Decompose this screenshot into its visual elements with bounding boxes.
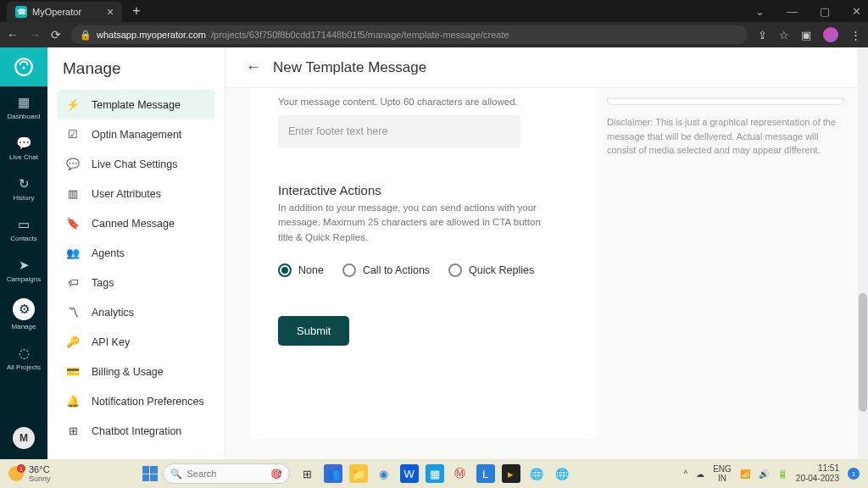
weather-widget[interactable]: 1 36°C Sunny: [8, 464, 51, 483]
minimize-icon[interactable]: —: [787, 5, 798, 18]
people-icon: 👥: [66, 247, 80, 259]
sidebar-item-chatbot[interactable]: ⊞Chatbot Integration: [58, 416, 214, 446]
reload-icon[interactable]: ⟳: [51, 28, 61, 42]
bookmark-icon: 🔖: [66, 217, 80, 230]
rail-item-manage[interactable]: ⚙Manage: [0, 290, 47, 337]
scrollbar-track[interactable]: [858, 47, 868, 459]
taskbar-search[interactable]: 🔍 Search 🎯: [163, 463, 290, 484]
weather-temp: 36°C: [29, 464, 51, 474]
rail-label: Live Chat: [9, 153, 38, 161]
chrome-icon[interactable]: 🌐: [527, 464, 546, 483]
new-tab-icon[interactable]: +: [132, 3, 140, 19]
window-controls: ⌄ — ▢ ✕: [755, 5, 861, 18]
history-icon: ↻: [19, 176, 30, 191]
kebab-menu-icon[interactable]: ⋮: [850, 29, 861, 42]
footer-text-input[interactable]: [278, 115, 520, 147]
tab-favicon: ☎: [15, 6, 27, 18]
svg-point-1: [22, 66, 25, 69]
teams-icon[interactable]: 👥: [324, 464, 342, 483]
app-l-icon[interactable]: L: [476, 464, 495, 483]
rail-item-allprojects[interactable]: ◌All Projects: [0, 337, 47, 378]
interactive-radio-group: None Call to Actions Quick Replies: [278, 263, 568, 277]
word-icon[interactable]: W: [400, 464, 419, 483]
form-panel: Your message content. Upto 60 characters…: [249, 88, 597, 439]
sidebar-item-user-attributes[interactable]: ▥User Attributes: [58, 179, 214, 208]
sidebar-item-label: Tags: [92, 277, 114, 289]
rail-label: Manage: [12, 323, 36, 330]
radio-cta[interactable]: Call to Actions: [342, 263, 430, 277]
sidebar-item-label: Canned Message: [92, 218, 175, 230]
sidebar-item-label: Optin Management: [92, 129, 181, 141]
radio-quick-replies[interactable]: Quick Replies: [448, 263, 534, 277]
edge-icon[interactable]: ◉: [375, 464, 393, 483]
sidebar-item-canned-message[interactable]: 🔖Canned Message: [58, 208, 214, 238]
sidebar-item-billing[interactable]: 💳Billing & Usage: [58, 357, 214, 386]
columns-icon: ▥: [66, 187, 80, 200]
tab-close-icon[interactable]: ×: [107, 5, 114, 19]
rail-item-livechat[interactable]: 💬Live Chat: [0, 127, 47, 168]
chevron-down-icon[interactable]: ⌄: [755, 5, 765, 18]
sidebar-item-label: Template Message: [92, 99, 181, 111]
interactive-actions-title: Interactive Actions: [278, 183, 568, 197]
close-window-icon[interactable]: ✕: [852, 5, 861, 18]
sidebar-item-label: Notification Preferences: [92, 396, 204, 408]
star-icon[interactable]: ☆: [779, 29, 789, 42]
sidebar-item-analytics[interactable]: 〽Analytics: [58, 297, 214, 327]
gear-icon: ⚙: [19, 302, 30, 317]
tab-title: MyOperator: [32, 7, 81, 17]
radio-label: None: [298, 264, 324, 276]
sidebar-item-livechat-settings[interactable]: 💬Live Chat Settings: [58, 149, 214, 179]
brand-logo[interactable]: [0, 47, 47, 86]
extensions-icon[interactable]: ▣: [801, 29, 811, 42]
start-button[interactable]: [142, 466, 158, 481]
sidebar-item-optin[interactable]: ☑Optin Management: [58, 119, 214, 149]
sidebar-item-template-message[interactable]: ⚡Template Message: [58, 90, 214, 119]
app-icon[interactable]: ▦: [426, 464, 444, 483]
back-arrow-icon[interactable]: ←: [246, 58, 261, 76]
tray-clock[interactable]: 11:51 20-04-2023: [796, 463, 839, 484]
onedrive-icon[interactable]: ☁: [696, 469, 704, 479]
app-icon-2[interactable]: ▸: [502, 464, 520, 483]
share-icon[interactable]: ⇪: [758, 29, 767, 42]
sidebar-item-agents[interactable]: 👥Agents: [58, 238, 214, 268]
profile-avatar[interactable]: [823, 27, 838, 42]
task-view-icon[interactable]: ⊞: [298, 464, 317, 483]
chrome-profile-icon[interactable]: 🌐: [553, 464, 571, 483]
battery-icon[interactable]: 🔋: [777, 469, 787, 479]
tray-chevron-icon[interactable]: ^: [683, 469, 687, 479]
tray-lang[interactable]: ENG: [713, 464, 732, 474]
sidebar-item-api-key[interactable]: 🔑API Key: [58, 327, 214, 357]
submit-button[interactable]: Submit: [278, 316, 349, 346]
preview-frame: [607, 98, 844, 105]
radio-label: Call to Actions: [363, 264, 430, 276]
rail-item-history[interactable]: ↻History: [0, 168, 47, 208]
url-input[interactable]: 🔒 whatsapp.myoperator.com/projects/63f75…: [71, 25, 748, 44]
radio-label: Quick Replies: [469, 264, 534, 276]
chat-icon: 💬: [16, 136, 32, 151]
radio-none[interactable]: None: [278, 263, 324, 277]
wifi-icon[interactable]: 📶: [740, 469, 750, 479]
preview-disclaimer: Disclaimer: This is just a graphical rep…: [607, 115, 844, 158]
sidebar-item-notification-prefs[interactable]: 🔔Notification Preferences: [58, 386, 214, 416]
rail-item-campaigns[interactable]: ➤Campaigns: [0, 249, 47, 290]
back-icon[interactable]: ←: [7, 28, 19, 42]
explorer-icon[interactable]: 📁: [349, 464, 368, 483]
rail-item-dashboard[interactable]: ▦Dashboard: [0, 86, 47, 127]
browser-tab[interactable]: ☎ MyOperator ×: [7, 2, 122, 22]
scrollbar-thumb[interactable]: [859, 293, 867, 412]
rail-item-contacts[interactable]: ▭Contacts: [0, 208, 47, 249]
sidebar-item-tags[interactable]: 🏷Tags: [58, 268, 214, 297]
notification-badge[interactable]: 1: [848, 468, 860, 480]
chart-icon: 〽: [66, 306, 80, 319]
user-avatar[interactable]: M: [13, 427, 35, 449]
page-title: New Template Message: [273, 59, 426, 76]
volume-icon[interactable]: 🔊: [759, 469, 769, 479]
mcafee-icon[interactable]: Ⓜ: [451, 464, 470, 483]
rail-label: History: [14, 194, 35, 202]
maximize-icon[interactable]: ▢: [820, 5, 830, 18]
sidebar-item-label: Live Chat Settings: [92, 158, 177, 170]
radio-icon: [342, 263, 356, 277]
dashboard-icon: ▦: [18, 95, 30, 110]
rail-label: Contacts: [10, 235, 37, 242]
browser-address-bar: ← → ⟳ 🔒 whatsapp.myoperator.com/projects…: [0, 22, 868, 47]
